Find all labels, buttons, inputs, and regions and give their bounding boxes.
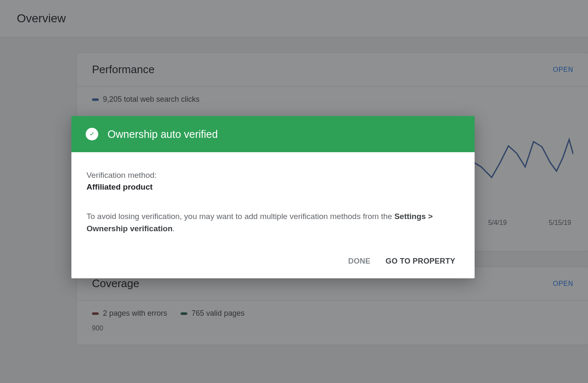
done-button[interactable]: DONE xyxy=(348,257,370,266)
dialog-actions: DONE GO TO PROPERTY xyxy=(71,245,475,278)
advice-suffix: . xyxy=(173,224,175,233)
verification-method-value: Affiliated product xyxy=(87,182,459,192)
verification-dialog: Ownership auto verified Verification met… xyxy=(71,116,475,278)
dialog-title: Ownership auto verified xyxy=(108,128,218,140)
go-to-property-button[interactable]: GO TO PROPERTY xyxy=(386,257,455,266)
check-circle-icon xyxy=(86,128,98,140)
modal-overlay[interactable]: Ownership auto verified Verification met… xyxy=(0,0,588,383)
dialog-body: Verification method: Affiliated product … xyxy=(71,152,475,245)
verification-method-label: Verification method: xyxy=(87,171,459,180)
dialog-header: Ownership auto verified xyxy=(71,116,475,152)
advice-prefix: To avoid losing verification, you may wa… xyxy=(87,212,394,221)
verification-advice: To avoid losing verification, you may wa… xyxy=(87,210,459,235)
